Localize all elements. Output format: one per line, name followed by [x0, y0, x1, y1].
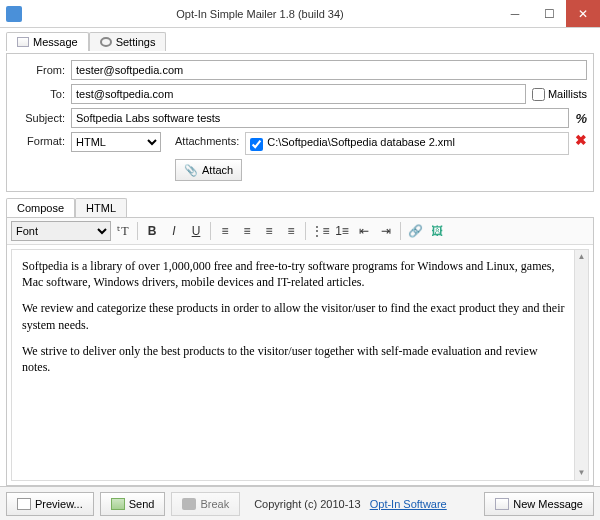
link-button[interactable]: 🔗 [405, 221, 425, 241]
font-select[interactable]: Font [11, 221, 111, 241]
editor-textarea[interactable]: Softpedia is a library of over 1,000,000… [11, 249, 589, 481]
percent-icon[interactable]: % [575, 111, 587, 126]
vendor-link[interactable]: Opt-In Software [370, 498, 447, 510]
align-left-button[interactable]: ≡ [215, 221, 235, 241]
attachment-path: C:\Softpedia\Softpedia database 2.xml [267, 136, 455, 148]
subject-label: Subject: [13, 112, 71, 124]
tab-html[interactable]: HTML [75, 198, 127, 217]
window-title: Opt-In Simple Mailer 1.8 (build 34) [22, 8, 498, 20]
mail-icon [17, 37, 29, 47]
new-message-button[interactable]: New Message [484, 492, 594, 516]
attachment-checkbox[interactable] [250, 138, 263, 151]
bullet-list-button[interactable]: ⋮≡ [310, 221, 330, 241]
send-button[interactable]: Send [100, 492, 166, 516]
titlebar: Opt-In Simple Mailer 1.8 (build 34) ─ ☐ … [0, 0, 600, 28]
underline-button[interactable]: U [186, 221, 206, 241]
break-label: Break [200, 498, 229, 510]
preview-label: Preview... [35, 498, 83, 510]
tab-message[interactable]: Message [6, 32, 89, 51]
attach-col: C:\Softpedia\Softpedia database 2.xml [245, 132, 569, 155]
maillists-slot: Maillists [532, 88, 587, 101]
editor-p1: Softpedia is a library of over 1,000,000… [22, 258, 566, 290]
message-panel: From: To: Maillists Subject: % Format: H… [6, 53, 594, 192]
maillists-checkbox[interactable] [532, 88, 545, 101]
send-label: Send [129, 498, 155, 510]
align-center-button[interactable]: ≡ [237, 221, 257, 241]
subject-input[interactable] [71, 108, 569, 128]
maillists-label: Maillists [548, 88, 587, 100]
separator [137, 222, 138, 240]
attach-button-label: Attach [202, 164, 233, 176]
maximize-button[interactable]: ☐ [532, 0, 566, 27]
italic-button[interactable]: I [164, 221, 184, 241]
send-icon [111, 498, 125, 510]
from-row: From: [13, 60, 587, 80]
scroll-down-icon[interactable]: ▼ [575, 466, 588, 480]
attach-btn-row: 📎 Attach [13, 159, 587, 181]
from-input[interactable] [71, 60, 587, 80]
gear-icon [100, 37, 112, 47]
tab-settings[interactable]: Settings [89, 32, 167, 51]
image-button[interactable]: 🖼 [427, 221, 447, 241]
app-icon [6, 6, 22, 22]
minimize-button[interactable]: ─ [498, 0, 532, 27]
scroll-up-icon[interactable]: ▲ [575, 250, 588, 264]
tab-message-label: Message [33, 36, 78, 48]
to-label: To: [13, 88, 71, 100]
editor-p2: We review and categorize these products … [22, 300, 566, 332]
preview-icon [17, 498, 31, 510]
remove-attachment-icon[interactable]: ✖ [575, 132, 587, 148]
outdent-button[interactable]: ⇤ [354, 221, 374, 241]
new-message-label: New Message [513, 498, 583, 510]
format-select[interactable]: HTML [71, 132, 161, 152]
footer-bar: Preview... Send Break Copyright (c) 2010… [0, 486, 600, 520]
align-right-button[interactable]: ≡ [259, 221, 279, 241]
editor-p3: We strive to deliver only the best produ… [22, 343, 566, 375]
content-area: Message Settings From: To: Maillists Sub… [0, 28, 600, 486]
format-col: HTML [71, 132, 161, 152]
tab-compose[interactable]: Compose [6, 198, 75, 217]
tab-settings-label: Settings [116, 36, 156, 48]
window-buttons: ─ ☐ ✕ [498, 0, 600, 27]
paperclip-icon: 📎 [184, 164, 198, 177]
scrollbar[interactable]: ▲ ▼ [574, 250, 588, 480]
close-button[interactable]: ✕ [566, 0, 600, 27]
compose-tabs: Compose HTML [6, 198, 594, 217]
copyright-text: Copyright (c) 2010-13 Opt-In Software [254, 498, 447, 510]
subject-row: Subject: % [13, 108, 587, 128]
align-justify-button[interactable]: ≡ [281, 221, 301, 241]
attach-button[interactable]: 📎 Attach [175, 159, 242, 181]
format-label: Format: [13, 132, 71, 147]
separator [210, 222, 211, 240]
new-message-icon [495, 498, 509, 510]
separator [305, 222, 306, 240]
attachments-list[interactable]: C:\Softpedia\Softpedia database 2.xml [245, 132, 569, 155]
preview-button[interactable]: Preview... [6, 492, 94, 516]
break-button[interactable]: Break [171, 492, 240, 516]
bold-button[interactable]: B [142, 221, 162, 241]
editor-panel: Font ᵗT B I U ≡ ≡ ≡ ≡ ⋮≡ 1≡ ⇤ ⇥ 🔗 🖼 % So… [6, 217, 594, 486]
attachments-label: Attachments: [161, 132, 245, 147]
editor-toolbar: Font ᵗT B I U ≡ ≡ ≡ ≡ ⋮≡ 1≡ ⇤ ⇥ 🔗 🖼 [7, 218, 593, 245]
main-tabs: Message Settings [6, 32, 594, 51]
format-row: Format: HTML Attachments: C:\Softpedia\S… [13, 132, 587, 155]
font-size-button[interactable]: ᵗT [113, 221, 133, 241]
to-row: To: Maillists [13, 84, 587, 104]
indent-button[interactable]: ⇥ [376, 221, 396, 241]
break-icon [182, 498, 196, 510]
from-label: From: [13, 64, 71, 76]
separator [400, 222, 401, 240]
number-list-button[interactable]: 1≡ [332, 221, 352, 241]
to-input[interactable] [71, 84, 526, 104]
